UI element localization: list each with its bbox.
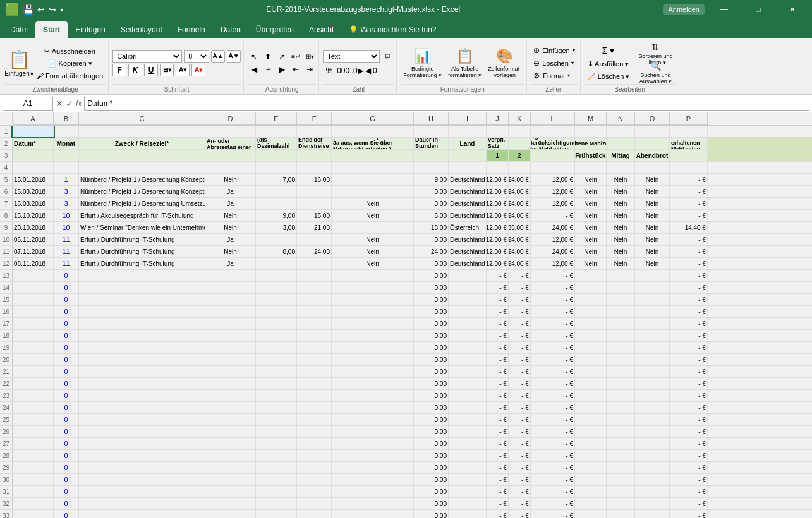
cell-j-9[interactable]: 12,00 € — [487, 222, 509, 233]
cell-d-14[interactable] — [205, 282, 256, 293]
cell-k-16[interactable]: - € — [509, 306, 531, 317]
cell-k-5[interactable]: 24,00 € — [509, 174, 531, 185]
cell-h-28[interactable]: 0,00 — [414, 450, 449, 461]
cell-d-22[interactable] — [205, 378, 256, 389]
tab-seitenlayout[interactable]: Seitenlayout — [113, 21, 170, 38]
row-num-17[interactable]: 17 — [0, 318, 13, 329]
cell-k4[interactable] — [509, 162, 531, 173]
row-num-13[interactable]: 13 — [0, 270, 13, 281]
cell-a-23[interactable] — [13, 390, 54, 401]
cell-l-17[interactable]: - € — [531, 318, 575, 329]
cell-n-20[interactable] — [607, 354, 635, 365]
cell-k-23[interactable]: - € — [509, 390, 531, 401]
font-family-select[interactable]: Calibri — [112, 50, 182, 63]
cell-i-25[interactable] — [449, 414, 487, 425]
cell-p1[interactable] — [670, 126, 708, 137]
cell-e-33[interactable] — [256, 510, 297, 518]
cell-f-19[interactable] — [297, 342, 332, 353]
cell-g-28[interactable] — [332, 450, 414, 461]
cell-a-12[interactable]: 08.11.2018 — [13, 258, 54, 269]
einfuegen-btn[interactable]: ⊕ Einfügen ▾ — [531, 45, 577, 56]
cell-d4[interactable] — [205, 162, 256, 173]
cell-b-6[interactable]: 3 — [54, 186, 79, 197]
cell-n-24[interactable] — [607, 402, 635, 413]
quick-access-save[interactable]: 💾 — [23, 4, 33, 15]
cell-p-16[interactable]: - € — [670, 306, 708, 317]
cell-h-11[interactable]: 24,00 — [414, 246, 449, 257]
cell-j-8[interactable]: 12,00 € — [487, 210, 509, 221]
cell-k-15[interactable]: - € — [509, 294, 531, 305]
cell-b-15[interactable]: 0 — [54, 294, 79, 305]
cell-o-25[interactable] — [635, 414, 670, 425]
row-num-15[interactable]: 15 — [0, 294, 13, 305]
cell-b-14[interactable]: 0 — [54, 282, 79, 293]
cell-p-7[interactable]: - € — [670, 198, 708, 209]
cell-b-10[interactable]: 11 — [54, 234, 79, 245]
cell-n-15[interactable] — [607, 294, 635, 305]
number-format-dialog-btn[interactable]: ⊡ — [381, 51, 394, 62]
cell-m-28[interactable] — [575, 450, 607, 461]
cell-b-31[interactable]: 0 — [54, 486, 79, 497]
cell-m-19[interactable] — [575, 342, 607, 353]
cell-e1[interactable] — [256, 126, 297, 137]
cell-i-16[interactable] — [449, 306, 487, 317]
cell-b-19[interactable]: 0 — [54, 342, 79, 353]
cell-c-12[interactable]: Erfurt / Durchführung IT-Schulung — [79, 258, 205, 269]
cell-p-33[interactable]: - € — [670, 510, 708, 518]
cell-b-8[interactable]: 10 — [54, 210, 79, 221]
cell-f-22[interactable] — [297, 378, 332, 389]
cell-p-12[interactable]: - € — [670, 258, 708, 269]
row-num-1[interactable]: 1 — [0, 126, 13, 137]
cell-f-31[interactable] — [297, 486, 332, 497]
cell-m-21[interactable] — [575, 366, 607, 377]
cell-b-29[interactable]: 0 — [54, 462, 79, 473]
cell-m-8[interactable]: Nein — [575, 210, 607, 221]
cell-b-17[interactable]: 0 — [54, 318, 79, 329]
cell-b-18[interactable]: 0 — [54, 330, 79, 341]
cell-j-26[interactable]: - € — [487, 426, 509, 437]
cell-h-31[interactable]: 0,00 — [414, 486, 449, 497]
cell-c-10[interactable]: Erfurt / Durchführung IT-Schulung — [79, 234, 205, 245]
col-header-g[interactable]: G — [332, 112, 414, 125]
cell-b-21[interactable]: 0 — [54, 366, 79, 377]
cell-h-13[interactable]: 0,00 — [414, 270, 449, 281]
formula-cancel-icon[interactable]: ✕ — [56, 99, 63, 109]
cell-f-13[interactable] — [297, 270, 332, 281]
col-header-d[interactable]: D — [205, 112, 256, 125]
cell-b-23[interactable]: 0 — [54, 390, 79, 401]
cell-i-20[interactable] — [449, 354, 487, 365]
cell-a-20[interactable] — [13, 354, 54, 365]
cell-k-20[interactable]: - € — [509, 354, 531, 365]
cell-d-30[interactable] — [205, 474, 256, 485]
cell-j2[interactable]: Verpfl.-Satz — [487, 138, 509, 149]
tab-datei[interactable]: Datei — [3, 21, 35, 38]
cell-p-26[interactable]: - € — [670, 426, 708, 437]
cell-l-7[interactable]: 12,00 € — [531, 198, 575, 209]
row-num-3[interactable]: 3 — [0, 150, 13, 161]
cell-c-5[interactable]: Nürnberg / Projekt 1 / Besprechung Konze… — [79, 174, 205, 185]
cell-p3[interactable] — [670, 150, 708, 161]
cell-d-19[interactable] — [205, 342, 256, 353]
cell-l-19[interactable]: - € — [531, 342, 575, 353]
cell-b-9[interactable]: 10 — [54, 222, 79, 233]
row-num-18[interactable]: 18 — [0, 330, 13, 341]
cell-c-7[interactable]: Nürnberg / Projekt 1 / Besprechung Umset… — [79, 198, 205, 209]
cell-m-18[interactable] — [575, 330, 607, 341]
cell-e-24[interactable] — [256, 402, 297, 413]
cell-j-21[interactable]: - € — [487, 366, 509, 377]
indent-decrease-btn[interactable]: ⇤ — [289, 64, 302, 75]
cell-l-29[interactable]: - € — [531, 462, 575, 473]
cell-g-16[interactable] — [332, 306, 414, 317]
cell-m-13[interactable] — [575, 270, 607, 281]
cell-l-15[interactable]: - € — [531, 294, 575, 305]
cell-b-24[interactable]: 0 — [54, 402, 79, 413]
als-tabelle-formatieren-btn[interactable]: 📋 Als Tabelleformatieren ▾ — [445, 45, 484, 81]
cell-j-33[interactable]: - € — [487, 510, 509, 518]
cell-g-18[interactable] — [332, 330, 414, 341]
cell-j-11[interactable]: 12,00 € — [487, 246, 509, 257]
quick-access-undo[interactable]: ↩ — [37, 4, 45, 15]
cell-g-17[interactable] — [332, 318, 414, 329]
col-header-f[interactable]: F — [297, 112, 332, 125]
cell-m-30[interactable] — [575, 474, 607, 485]
col-header-a[interactable]: A — [13, 112, 54, 125]
